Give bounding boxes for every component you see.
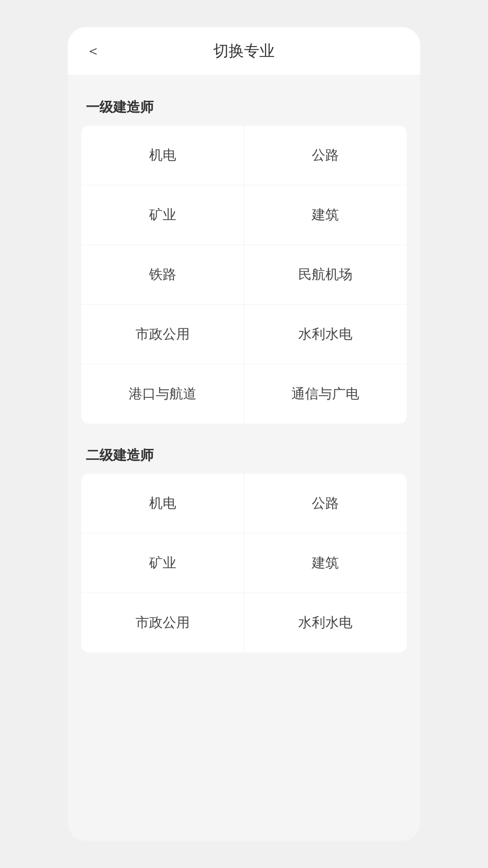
grid-item-level1-2-0[interactable]: 铁路 [81, 245, 244, 304]
grid-item-level1-3-0[interactable]: 市政公用 [81, 305, 244, 364]
section-level2: 二级建造师机电公路矿业建筑市政公用水利水电 [81, 433, 407, 652]
section-title-level2: 二级建造师 [81, 433, 407, 474]
page: ＜ 切换专业 一级建造师机电公路矿业建筑铁路民航机场市政公用水利水电港口与航道通… [68, 27, 420, 689]
back-button[interactable]: ＜ [86, 41, 100, 61]
grid-item-level1-0-0[interactable]: 机电 [81, 126, 244, 185]
grid-item-level2-2-0[interactable]: 市政公用 [81, 593, 244, 652]
content: 一级建造师机电公路矿业建筑铁路民航机场市政公用水利水电港口与航道通信与广电二级建… [68, 75, 420, 670]
grid-row-level1-4: 港口与航道通信与广电 [81, 364, 407, 424]
grid-item-level1-3-1[interactable]: 水利水电 [244, 305, 407, 364]
grid-item-level2-2-1[interactable]: 水利水电 [244, 593, 407, 652]
card-level1: 机电公路矿业建筑铁路民航机场市政公用水利水电港口与航道通信与广电 [81, 126, 407, 424]
grid-item-level2-1-0[interactable]: 矿业 [81, 533, 244, 593]
grid-row-level1-1: 矿业建筑 [81, 185, 407, 245]
grid-row-level2-1: 矿业建筑 [81, 533, 407, 593]
grid-item-level1-1-0[interactable]: 矿业 [81, 185, 244, 245]
header: ＜ 切换专业 [68, 27, 420, 75]
grid-item-level2-0-1[interactable]: 公路 [244, 474, 407, 533]
grid-row-level1-3: 市政公用水利水电 [81, 305, 407, 364]
grid-item-level1-4-1[interactable]: 通信与广电 [244, 364, 407, 424]
grid-item-level1-0-1[interactable]: 公路 [244, 126, 407, 185]
section-title-level1: 一级建造师 [81, 85, 407, 126]
grid-item-level1-4-0[interactable]: 港口与航道 [81, 364, 244, 424]
section-level1: 一级建造师机电公路矿业建筑铁路民航机场市政公用水利水电港口与航道通信与广电 [81, 85, 407, 424]
grid-item-level2-1-1[interactable]: 建筑 [244, 533, 407, 593]
grid-row-level2-2: 市政公用水利水电 [81, 593, 407, 652]
page-title: 切换专业 [213, 41, 275, 61]
grid-item-level2-0-0[interactable]: 机电 [81, 474, 244, 533]
grid-item-level1-1-1[interactable]: 建筑 [244, 185, 407, 245]
grid-row-level1-2: 铁路民航机场 [81, 245, 407, 305]
grid-row-level2-0: 机电公路 [81, 474, 407, 533]
grid-row-level1-0: 机电公路 [81, 126, 407, 185]
phone-container: ＜ 切换专业 一级建造师机电公路矿业建筑铁路民航机场市政公用水利水电港口与航道通… [68, 27, 420, 841]
back-icon: ＜ [86, 41, 100, 61]
card-level2: 机电公路矿业建筑市政公用水利水电 [81, 474, 407, 652]
grid-item-level1-2-1[interactable]: 民航机场 [244, 245, 407, 304]
